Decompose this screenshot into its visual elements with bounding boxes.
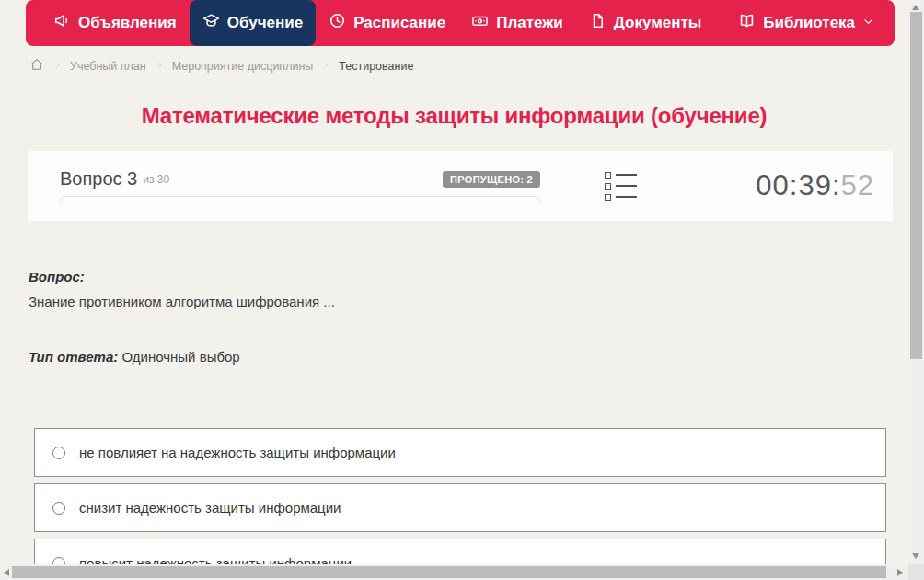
vertical-scrollbar[interactable] — [908, 0, 924, 564]
home-icon — [29, 62, 44, 75]
answer-type-label: Тип ответа: — [29, 349, 118, 365]
nav-item-announcements[interactable]: Объявления — [40, 0, 190, 46]
chevron-down-icon — [862, 14, 874, 32]
breadcrumb-item-study-plan[interactable]: Учебный план — [70, 60, 146, 73]
scroll-down-icon[interactable] — [912, 553, 919, 559]
question-list-icon[interactable] — [605, 172, 637, 201]
answer-option-1[interactable]: не повлияет на надежность защиты информа… — [34, 428, 886, 477]
nav-item-learning[interactable]: Обучение — [190, 0, 316, 46]
nav-item-label: Документы — [614, 14, 702, 32]
megaphone-icon — [53, 12, 71, 34]
answer-type-row: Тип ответа: Одиночный выбор — [29, 349, 335, 365]
clock-icon — [329, 12, 346, 34]
payments-icon — [471, 12, 489, 34]
answer-option-label: снизит надежность защиты информации — [79, 500, 341, 516]
question-label: Вопрос: — [29, 269, 335, 284]
breadcrumb-home[interactable] — [29, 57, 44, 75]
nav-item-label: Платежи — [496, 14, 563, 32]
page-title: Математические методы защиты информации … — [0, 103, 908, 129]
scrollbar-corner — [908, 564, 924, 580]
nav-item-label: Расписание — [353, 14, 445, 32]
quiz-header-card: Вопрос 3 из 30 ПРОПУЩЕНО: 2 00:39:52 — [28, 151, 893, 221]
radio-icon[interactable] — [52, 502, 65, 515]
scroll-left-icon[interactable] — [4, 569, 9, 576]
app-root: Объявления Обучение Расписание Платежи Д… — [0, 0, 924, 580]
nav-item-label: Библиотека — [763, 14, 855, 32]
quiz-progress-bar — [60, 196, 540, 203]
scroll-up-icon[interactable] — [912, 5, 919, 10]
graduation-cap-icon — [202, 12, 220, 34]
question-total: из 30 — [143, 173, 169, 186]
chevron-right-icon — [52, 60, 62, 73]
breadcrumb-item-discipline-event[interactable]: Мероприятие дисциплины — [172, 60, 314, 73]
answer-option-label: не повлияет на надежность защиты информа… — [79, 445, 396, 460]
breadcrumb: Учебный план Мероприятие дисциплины Тест… — [29, 57, 413, 75]
timer-main: 00:39: — [756, 169, 840, 202]
skipped-badge: ПРОПУЩЕНО: 2 — [443, 171, 540, 188]
breadcrumb-current: Тестирование — [339, 60, 413, 73]
nav-item-library[interactable]: Библиотека — [725, 0, 887, 46]
vertical-scrollbar-thumb[interactable] — [910, 12, 922, 359]
question-block: Вопрос: Знание противником алгоритма шиф… — [29, 269, 335, 365]
question-text: Знание противником алгоритма шифрования … — [29, 294, 335, 309]
chevron-right-icon — [155, 60, 164, 73]
quiz-progress-group: Вопрос 3 из 30 ПРОПУЩЕНО: 2 — [60, 168, 540, 203]
nav-item-label: Объявления — [78, 14, 177, 32]
document-icon — [589, 12, 606, 34]
answer-options: не повлияет на надежность защиты информа… — [34, 428, 886, 580]
question-number: Вопрос 3 — [60, 168, 137, 190]
book-icon — [738, 12, 756, 34]
nav-item-documents[interactable]: Документы — [576, 0, 715, 46]
horizontal-scrollbar-thumb[interactable] — [12, 566, 886, 578]
answer-type-value: Одиночный выбор — [121, 349, 239, 365]
horizontal-scrollbar[interactable] — [0, 564, 908, 580]
chevron-right-icon — [321, 60, 330, 73]
radio-icon[interactable] — [52, 447, 65, 459]
main-nav: Объявления Обучение Расписание Платежи Д… — [26, 0, 895, 46]
timer: 00:39:52 — [756, 169, 874, 203]
nav-item-schedule[interactable]: Расписание — [316, 0, 458, 46]
nav-item-payments[interactable]: Платежи — [458, 0, 576, 46]
scroll-right-icon[interactable] — [897, 569, 903, 576]
timer-seconds: 52 — [841, 169, 874, 202]
answer-option-2[interactable]: снизит надежность защиты информации — [34, 483, 886, 532]
nav-item-label: Обучение — [227, 14, 303, 32]
